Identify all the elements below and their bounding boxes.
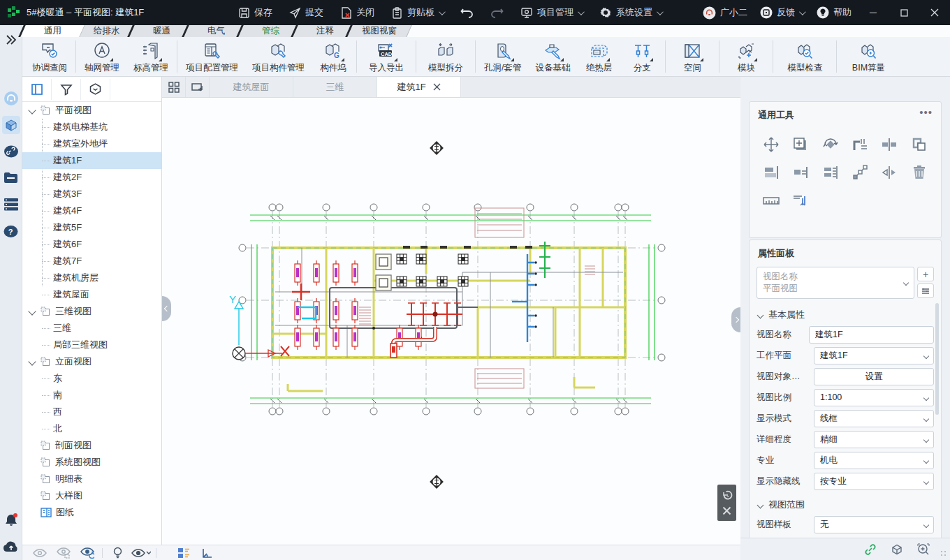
save-button[interactable]: 保存 xyxy=(232,0,279,25)
model-check-button[interactable]: 模型检查 xyxy=(775,38,835,75)
property-list-button[interactable] xyxy=(917,283,934,298)
maximize-button[interactable] xyxy=(889,0,919,25)
move-tool-icon[interactable] xyxy=(757,135,786,154)
tree-item[interactable]: 建筑6F xyxy=(22,236,161,253)
tree-section-elevation-views[interactable]: 立面视图 xyxy=(22,353,161,370)
match-tool-icon[interactable] xyxy=(905,135,934,154)
elevation-manage-button[interactable]: 标高管理 xyxy=(126,38,175,75)
tree-item[interactable]: 西 xyxy=(22,404,161,420)
delete-tool-icon[interactable] xyxy=(905,163,934,182)
grid-manage-button[interactable]: 轴网管理 xyxy=(78,38,126,75)
tab-close-icon[interactable] xyxy=(433,83,441,91)
tree-section-sheets[interactable]: 图纸 xyxy=(22,504,161,521)
clipboard-button[interactable]: 剪贴板 xyxy=(385,0,450,25)
folder-icon[interactable] xyxy=(2,169,20,187)
tree-item[interactable]: 局部三维视图 xyxy=(22,337,161,353)
cube-view-icon[interactable] xyxy=(890,543,904,557)
expand-panel-icon[interactable] xyxy=(2,31,20,49)
zoom-fit-icon[interactable] xyxy=(916,543,930,557)
properties-scrollbar[interactable] xyxy=(935,303,939,415)
feedback-dropdown-icon[interactable] xyxy=(799,8,806,15)
view-type-selector[interactable]: 视图名称 平面视图 xyxy=(757,267,914,299)
work-plane-select[interactable]: 建筑1F xyxy=(814,347,934,364)
tree-item[interactable]: 建筑7F xyxy=(22,253,161,270)
rotate-tool-icon[interactable] xyxy=(816,135,845,154)
measure-tool-icon[interactable] xyxy=(757,191,786,209)
align-list-tool-icon[interactable] xyxy=(816,163,845,182)
doc-tab-1f-active[interactable]: 建筑1F xyxy=(377,77,461,97)
layers-box-icon[interactable] xyxy=(81,79,110,100)
tree-item[interactable]: 建筑电梯基坑 xyxy=(22,119,161,135)
trim-extend-tool-icon[interactable] xyxy=(845,135,875,154)
history-restore-icon[interactable] xyxy=(722,490,733,501)
list-server-icon[interactable] xyxy=(2,196,20,214)
project-manage-dropdown-icon[interactable] xyxy=(578,8,585,15)
tree-item[interactable]: 北 xyxy=(22,420,161,437)
help-button[interactable]: 帮助 xyxy=(810,0,858,25)
tree-item[interactable]: 建筑机房层 xyxy=(22,270,161,286)
coordinate-review-button[interactable]: 协调查阅 xyxy=(25,38,74,75)
project-manage-button[interactable]: 项目管理 xyxy=(514,0,589,25)
caret-down-icon[interactable] xyxy=(28,358,36,365)
clipboard-dropdown-icon[interactable] xyxy=(439,8,446,15)
filter-icon[interactable] xyxy=(52,79,81,100)
insulation-button[interactable]: 绝热层 xyxy=(577,38,620,75)
view-objects-settings-button[interactable]: 设置 xyxy=(814,368,934,385)
copy-tool-icon[interactable] xyxy=(786,135,815,154)
cloud-upload-icon[interactable] xyxy=(2,538,20,556)
lightbulb-icon[interactable] xyxy=(105,547,129,559)
model-split-button[interactable]: 模型拆分 xyxy=(418,38,474,75)
system-settings-button[interactable]: 系统设置 xyxy=(593,0,668,25)
pipe-offset-tool-icon[interactable] xyxy=(786,191,815,209)
section-view-range[interactable]: 视图范围 xyxy=(750,492,941,514)
minimize-button[interactable]: ─ xyxy=(858,0,889,25)
align-bottom-tool-icon[interactable] xyxy=(757,163,786,182)
caret-down-icon[interactable] xyxy=(28,307,36,315)
drawing-canvas[interactable]: Y xyxy=(162,98,740,545)
project-config-button[interactable]: 项目配置管理 xyxy=(179,38,245,75)
module-button[interactable]: 模块 xyxy=(721,38,771,75)
resize-grip[interactable] xyxy=(940,550,947,557)
doc-tab-3d[interactable]: 三维 xyxy=(293,77,377,97)
tree-item[interactable]: 建筑4F xyxy=(22,202,161,219)
detail-level-select[interactable]: 精细 xyxy=(814,431,934,448)
collapse-right-panel-handle[interactable] xyxy=(731,307,740,332)
add-property-button[interactable]: + xyxy=(917,267,934,281)
tree-item[interactable]: 东 xyxy=(22,370,161,387)
hide-category-icon[interactable] xyxy=(52,547,75,559)
import-export-button[interactable]: CAD 导入导出 xyxy=(358,38,414,75)
base-point-icon[interactable] xyxy=(196,547,219,559)
display-mode-select[interactable]: 线框 xyxy=(814,410,934,427)
array-step-tool-icon[interactable] xyxy=(845,163,875,182)
tree-section-plan-views[interactable]: 平面视图 xyxy=(22,102,161,119)
tree-item[interactable]: 建筑5F xyxy=(22,219,161,236)
view-scale-select[interactable]: 1:100 xyxy=(814,389,934,406)
view-name-input[interactable] xyxy=(809,326,934,344)
system-settings-dropdown-icon[interactable] xyxy=(657,8,664,15)
component-dock-button[interactable]: G 构件坞 xyxy=(312,38,355,75)
help-icon[interactable]: ? xyxy=(2,222,20,240)
tree-section-section-views[interactable]: 剖面视图 xyxy=(22,437,161,454)
doc-tab-roof[interactable]: 建筑屋面 xyxy=(210,77,293,97)
user-account-button[interactable]: 广小二 xyxy=(696,0,754,25)
restore-hidden-icon[interactable] xyxy=(75,547,99,559)
switch-window-icon[interactable] xyxy=(186,77,210,97)
hidden-lines-select[interactable]: 按专业 xyxy=(814,473,934,490)
link-chain-icon[interactable] xyxy=(863,543,877,557)
display-order-icon[interactable] xyxy=(172,547,196,559)
tree-section-3d-views[interactable]: 三维视图 xyxy=(22,303,161,320)
close-toolbar-icon[interactable] xyxy=(722,506,731,515)
caret-down-icon[interactable] xyxy=(28,106,36,114)
service-avatar-icon[interactable] xyxy=(2,89,20,108)
panel-layout-icon[interactable] xyxy=(22,79,52,100)
tree-item[interactable]: 三维 xyxy=(22,320,161,337)
undo-button[interactable] xyxy=(454,0,480,25)
tree-item[interactable]: 建筑屋面 xyxy=(22,286,161,303)
tile-windows-icon[interactable] xyxy=(162,77,186,97)
tree-section-schedules[interactable]: 明细表 xyxy=(22,471,161,487)
view-template-select[interactable]: 无 xyxy=(814,516,934,533)
tree-item[interactable]: 建筑室外地坪 xyxy=(22,135,161,152)
equipment-base-button[interactable]: 设备基础 xyxy=(528,38,577,75)
section-basic-props[interactable]: 基本属性 xyxy=(750,302,941,324)
align-right-tool-icon[interactable] xyxy=(786,163,815,182)
